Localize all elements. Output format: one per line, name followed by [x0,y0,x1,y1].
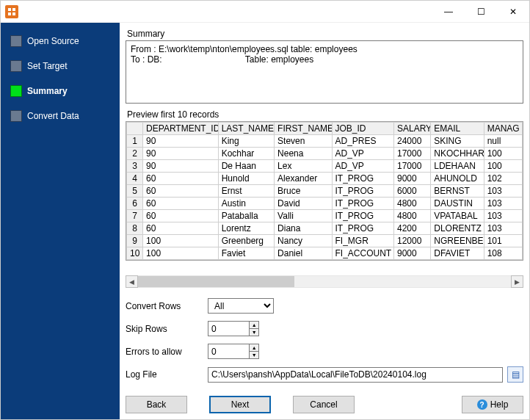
table-row[interactable]: 560ErnstBruceIT_PROG6000BERNST103 [127,185,523,198]
errors-allow-input[interactable] [208,344,249,358]
table-cell: 60 [143,210,219,222]
table-row[interactable]: 660AustinDavidIT_PROG4800DAUSTIN103 [127,198,523,210]
table-cell: Diana [275,222,332,235]
row-number: 9 [127,235,143,247]
help-icon: ? [477,399,487,410]
table-row[interactable]: 10100FavietDanielFI_ACCOUNT9000DFAVIET10… [127,247,523,260]
scroll-track[interactable] [138,275,511,288]
table-cell: Daniel [275,247,332,260]
sidebar-item-set-target[interactable]: Set Target [1,57,120,76]
table-cell: 60 [143,222,219,235]
table-cell: 100 [484,160,522,173]
column-header[interactable]: JOB_ID [332,123,393,135]
table-cell: BERNST [431,185,484,198]
close-button[interactable]: ✕ [497,1,529,23]
preview-table[interactable]: DEPARTMENT_ID LAST_NAME FIRST_NAME JOB_I… [126,121,523,261]
step-bullet-icon [11,86,21,96]
sidebar-item-convert-data[interactable]: Convert Data [1,106,120,126]
table-cell: 90 [143,160,219,173]
table-cell: AD_VP [332,148,393,160]
table-cell: IT_PROG [332,222,393,235]
spin-up-icon[interactable]: ▲ [250,344,258,352]
row-number: 10 [127,247,143,260]
row-number: 6 [127,198,143,210]
table-cell: Nancy [275,235,332,247]
table-row[interactable]: 860LorentzDianaIT_PROG4200DLORENTZ103 [127,222,523,235]
table-cell: 103 [484,185,522,198]
errors-allow-label: Errors to allow [126,347,208,357]
table-cell: NGREENBE [431,235,484,247]
errors-allow-spinner[interactable]: ▲▼ [208,344,259,359]
step-bullet-icon [11,111,21,121]
table-cell: David [275,198,332,210]
scroll-right-icon[interactable]: ▶ [511,275,523,288]
table-cell: 12000 [393,235,430,247]
row-number: 3 [127,160,143,173]
scroll-thumb[interactable] [138,276,294,287]
table-cell: 103 [484,198,522,210]
table-cell: De Haan [218,160,274,173]
table-cell: Greenberg [218,235,274,247]
table-cell: Kochhar [218,148,274,160]
convert-rows-select[interactable]: All [208,298,274,314]
table-cell: null [484,135,522,148]
table-cell: 9000 [393,173,430,185]
table-cell: Hunold [218,173,274,185]
column-header[interactable]: DEPARTMENT_ID [143,123,219,135]
table-cell: IT_PROG [332,185,393,198]
table-cell: Lex [275,160,332,173]
table-cell: Alexander [275,173,332,185]
horizontal-scrollbar[interactable]: ◀ ▶ [126,275,523,288]
column-header[interactable]: EMAIL [431,123,484,135]
wizard-sidebar: Open Source Set Target Summary Convert D… [1,23,120,420]
cancel-button[interactable]: Cancel [293,396,355,413]
table-cell: Bruce [275,185,332,198]
next-button[interactable]: Next [209,396,271,413]
sidebar-item-open-source[interactable]: Open Source [1,32,120,51]
skip-rows-spinner[interactable]: ▲▼ [208,321,259,336]
spin-down-icon[interactable]: ▼ [250,352,258,358]
row-number: 1 [127,135,143,148]
step-bullet-icon [11,61,21,71]
svg-rect-3 [12,12,15,15]
table-cell: 60 [143,173,219,185]
table-row[interactable]: 290KochharNeenaAD_VP17000NKOCHHAR100 [127,148,523,160]
table-row[interactable]: 460HunoldAlexanderIT_PROG9000AHUNOLD102 [127,173,523,185]
table-row[interactable]: 190KingStevenAD_PRES24000SKINGnull [127,135,523,148]
column-header[interactable]: FIRST_NAME [275,123,332,135]
sidebar-item-label: Open Source [27,36,79,46]
table-row[interactable]: 9100GreenbergNancyFI_MGR12000NGREENBE101 [127,235,523,247]
scroll-left-icon[interactable]: ◀ [126,275,138,288]
svg-rect-0 [8,8,11,11]
sidebar-item-label: Convert Data [27,111,79,121]
spin-up-icon[interactable]: ▲ [250,322,258,329]
table-cell: DFAVIET [431,247,484,260]
spin-down-icon[interactable]: ▼ [250,329,258,336]
browse-log-button[interactable]: ▤ [507,366,523,383]
table-cell: AD_VP [332,160,393,173]
column-header[interactable]: MANAG [484,123,522,135]
document-icon: ▤ [512,369,520,380]
skip-rows-label: Skip Rows [126,324,208,334]
help-button-label: Help [490,399,509,410]
log-file-input[interactable] [208,367,503,383]
svg-rect-1 [12,8,15,11]
sidebar-item-summary[interactable]: Summary [1,82,120,101]
minimize-button[interactable]: — [432,1,465,23]
row-number: 5 [127,185,143,198]
table-row[interactable]: 390De HaanLexAD_VP17000LDEHAAN100 [127,160,523,173]
row-number: 4 [127,173,143,185]
log-file-label: Log File [126,369,208,380]
summary-heading: Summary [127,29,523,39]
table-row[interactable]: 760PataballaValliIT_PROG4800VPATABAL103 [127,210,523,222]
help-button[interactable]: ? Help [462,396,523,413]
column-header[interactable]: LAST_NAME [218,123,274,135]
table-cell: Faviet [218,247,274,260]
back-button[interactable]: Back [126,396,187,413]
svg-rect-2 [8,12,11,15]
convert-rows-label: Convert Rows [126,301,208,311]
skip-rows-input[interactable] [208,322,249,336]
maximize-button[interactable]: ☐ [465,1,497,23]
column-header[interactable]: SALARY [393,123,430,135]
table-cell: 24000 [393,135,430,148]
